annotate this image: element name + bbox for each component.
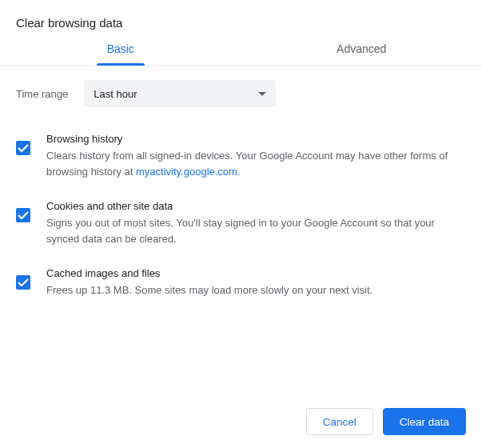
- tab-advanced[interactable]: Advanced: [241, 42, 483, 65]
- tab-basic[interactable]: Basic: [0, 42, 241, 65]
- option-cookies: Cookies and other site data Signs you ou…: [16, 200, 466, 246]
- option-browsing-history: Browsing history Clears history from all…: [16, 133, 466, 179]
- option-title: Cached images and files: [46, 267, 466, 279]
- checkbox-cache[interactable]: [16, 275, 30, 290]
- option-description: Frees up 11.3 MB. Some sites may load mo…: [46, 282, 466, 298]
- dialog-title: Clear browsing data: [0, 0, 482, 42]
- tabs: Basic Advanced: [0, 42, 482, 66]
- option-description: Clears history from all signed-in device…: [46, 148, 466, 179]
- content-area: Time range Last hour Browsing history Cl…: [0, 66, 482, 395]
- checkbox-browsing-history[interactable]: [16, 141, 30, 155]
- chevron-down-icon: [258, 92, 266, 96]
- check-icon: [18, 278, 29, 287]
- time-range-row: Time range Last hour: [16, 80, 466, 107]
- clear-data-button[interactable]: Clear data: [383, 408, 466, 435]
- time-range-select[interactable]: Last hour: [84, 80, 276, 107]
- dialog-footer: Cancel Clear data: [0, 395, 482, 448]
- check-icon: [18, 143, 29, 153]
- option-description: Signs you out of most sites. You'll stay…: [46, 215, 466, 246]
- option-cache: Cached images and files Frees up 11.3 MB…: [16, 267, 466, 298]
- cancel-button[interactable]: Cancel: [306, 408, 373, 435]
- time-range-label: Time range: [16, 88, 68, 100]
- check-icon: [18, 210, 29, 220]
- time-range-value: Last hour: [94, 88, 137, 100]
- clear-browsing-data-dialog: Clear browsing data Basic Advanced Time …: [0, 0, 482, 448]
- option-title: Browsing history: [46, 133, 466, 145]
- checkbox-cookies[interactable]: [16, 208, 30, 222]
- myactivity-link[interactable]: myactivity.google.com: [136, 166, 237, 178]
- option-title: Cookies and other site data: [46, 200, 466, 212]
